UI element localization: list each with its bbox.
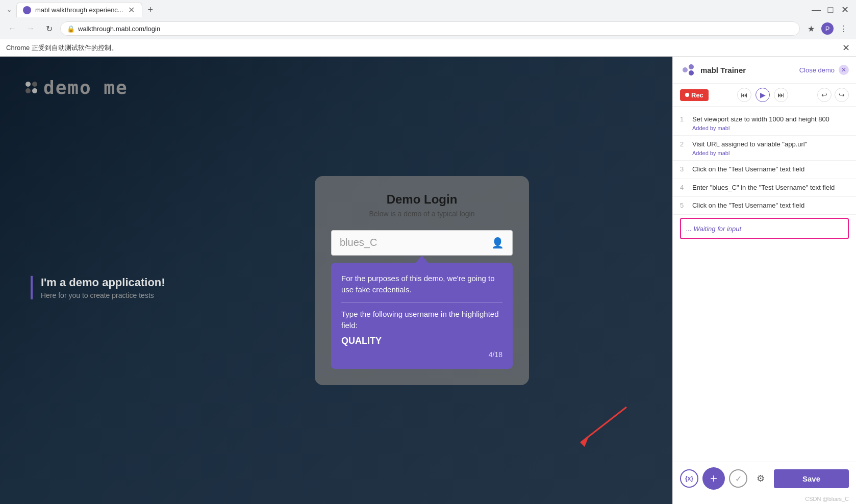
- rec-dot: [685, 93, 689, 97]
- svg-marker-1: [581, 438, 588, 447]
- profile-icon[interactable]: P: [821, 22, 834, 35]
- step-item: 5 Click on the "Test Username" text fiel…: [673, 197, 856, 215]
- save-btn[interactable]: Save: [774, 469, 849, 488]
- steps-list: 1 Set viewport size to width 1000 and he…: [673, 107, 856, 462]
- step-text: Set viewport size to width 1000 and heig…: [692, 115, 849, 124]
- address-input[interactable]: 🔒 walkthrough.mabl.com/login: [60, 21, 800, 36]
- close-btn[interactable]: ✕: [842, 7, 848, 13]
- logo-dot: [32, 82, 37, 87]
- url-text: walkthrough.mabl.com/login: [78, 25, 160, 33]
- tagline-heading: I'm a demo application!: [41, 275, 165, 289]
- rec-button[interactable]: Rec: [680, 89, 709, 101]
- logo-dot: [32, 88, 37, 93]
- tab-title: mabl walkthrough experienc...: [35, 6, 123, 14]
- person-icon: 👤: [491, 237, 504, 249]
- tooltip-text: For the purposes of this demo, we're goi…: [341, 273, 502, 296]
- step-number: 2: [680, 140, 688, 148]
- login-title: Demo Login: [331, 192, 513, 207]
- svg-point-3: [689, 64, 694, 69]
- tagline-body: Here for you to create practice tests: [41, 291, 165, 299]
- tab-favicon: [23, 6, 31, 14]
- demo-tagline: I'm a demo application! Here for you to …: [31, 275, 165, 299]
- reload-btn[interactable]: ↻: [42, 21, 56, 36]
- step-content: Set viewport size to width 1000 and heig…: [692, 115, 849, 131]
- trainer-close-x-btn[interactable]: ✕: [839, 65, 849, 75]
- demo-background: Demo me I'm a demo application! Here for…: [0, 57, 672, 504]
- logo-dot: [26, 82, 31, 87]
- login-subtitle: Below is a demo of a typical login: [331, 210, 513, 218]
- step-content: Click on the "Test Username" text field: [692, 165, 849, 174]
- lock-icon: 🔒: [67, 25, 75, 33]
- variable-btn[interactable]: {x}: [680, 469, 698, 488]
- demo-logo: Demo me: [26, 77, 128, 98]
- step-item: 3 Click on the "Test Username" text fiel…: [673, 161, 856, 179]
- check-btn[interactable]: ✓: [729, 469, 747, 488]
- tooltip-pagination: 4/18: [341, 350, 502, 359]
- logo-dot: [26, 88, 31, 93]
- trainer-bottom: {x} + ✓ ⚙ Save: [673, 462, 856, 495]
- step-number: 4: [680, 184, 688, 191]
- skip-back-btn[interactable]: ⏮: [737, 88, 751, 102]
- waiting-text: ... Waiting for input: [686, 225, 741, 233]
- svg-line-0: [581, 407, 626, 443]
- step-text: Visit URL assigned to variable "app.url": [692, 140, 849, 149]
- rec-label: Rec: [691, 91, 703, 99]
- title-bar: ⌄ mabl walkthrough experienc... ✕ + — □ …: [0, 0, 856, 19]
- logo-text: Demo me: [43, 77, 128, 98]
- svg-point-2: [683, 67, 688, 72]
- bookmark-icon[interactable]: ★: [804, 21, 818, 36]
- browser-viewport: Demo me I'm a demo application! Here for…: [0, 57, 672, 504]
- svg-point-4: [689, 70, 694, 75]
- automation-close-btn[interactable]: ✕: [842, 42, 850, 54]
- back-btn[interactable]: ←: [5, 21, 19, 36]
- undo-btn[interactable]: ↩: [817, 88, 832, 102]
- active-tab[interactable]: mabl walkthrough experienc... ✕: [16, 2, 142, 17]
- step-number: 1: [680, 115, 688, 123]
- trainer-title: mabl Trainer: [700, 66, 795, 74]
- play-btn[interactable]: ▶: [756, 88, 770, 102]
- step-content: Enter "blues_C" in the "Test Username" t…: [692, 183, 849, 192]
- logo-dots: [26, 82, 37, 93]
- address-actions: ★ P ⋮: [804, 21, 851, 36]
- username-input[interactable]: blues_C 👤: [331, 230, 513, 256]
- add-step-btn[interactable]: +: [702, 467, 725, 490]
- filter-btn[interactable]: ⚙: [751, 469, 770, 488]
- window-controls: — □ ✕: [813, 7, 852, 13]
- tooltip-arrow: [416, 256, 428, 263]
- trainer-controls: Rec ⏮ ▶ ⏭ ↩ ↪: [673, 84, 856, 107]
- tab-bar: ⌄ mabl walkthrough experienc... ✕ +: [4, 2, 157, 17]
- step-text: Enter "blues_C" in the "Test Username" t…: [692, 183, 849, 192]
- watermark: CSDN @blues_C: [673, 495, 856, 504]
- step-item: 1 Set viewport size to width 1000 and he…: [673, 111, 856, 136]
- tab-dropdown-btn[interactable]: ⌄: [4, 5, 14, 15]
- trainer-panel: mabl Trainer Close demo ✕ Rec ⏮ ▶ ⏭ ↩ ↪ …: [672, 57, 856, 504]
- maximize-btn[interactable]: □: [827, 7, 834, 13]
- menu-icon[interactable]: ⋮: [837, 21, 851, 36]
- step-text: Click on the "Test Username" text field: [692, 201, 849, 210]
- skip-forward-btn[interactable]: ⏭: [774, 88, 788, 102]
- step-content: Click on the "Test Username" text field: [692, 201, 849, 210]
- step-item: 4 Enter "blues_C" in the "Test Username"…: [673, 179, 856, 197]
- undo-redo-controls: ↩ ↪: [817, 88, 849, 102]
- tooltip-keyword: QUALITY: [341, 336, 502, 346]
- step-item: 2 Visit URL assigned to variable "app.ur…: [673, 136, 856, 161]
- step-number: 5: [680, 201, 688, 209]
- new-tab-btn[interactable]: +: [144, 4, 157, 16]
- waiting-step: ... Waiting for input: [680, 218, 849, 239]
- username-value: blues_C: [340, 237, 377, 248]
- forward-btn[interactable]: →: [23, 21, 38, 36]
- step-badge: Added by mabl: [692, 150, 849, 156]
- step-content: Visit URL assigned to variable "app.url"…: [692, 140, 849, 156]
- minimize-btn[interactable]: —: [813, 7, 819, 13]
- redo-btn[interactable]: ↪: [835, 88, 849, 102]
- mabl-logo: [680, 62, 696, 78]
- step-badge: Added by mabl: [692, 125, 849, 131]
- tab-close-btn[interactable]: ✕: [128, 6, 136, 14]
- automation-bar: Chrome 正受到自动测试软件的控制。 ✕: [0, 39, 856, 57]
- main-area: Demo me I'm a demo application! Here for…: [0, 57, 856, 504]
- step-text: Click on the "Test Username" text field: [692, 165, 849, 174]
- tooltip-box: For the purposes of this demo, we're goi…: [331, 263, 513, 369]
- login-card: Demo Login Below is a demo of a typical …: [315, 176, 529, 385]
- tooltip-divider: [341, 302, 502, 303]
- close-demo-btn[interactable]: Close demo: [799, 66, 835, 74]
